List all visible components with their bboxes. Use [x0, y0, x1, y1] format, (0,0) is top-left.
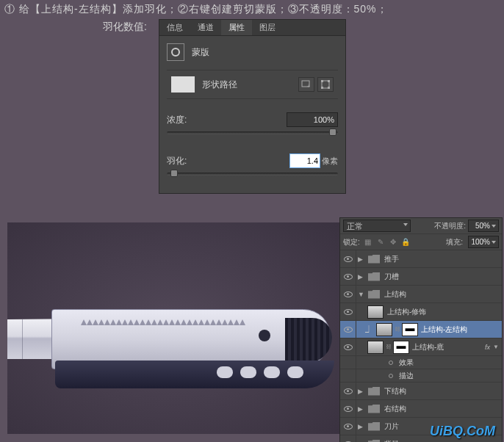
- layer-name[interactable]: 效果: [399, 358, 414, 368]
- panel-tabs: 信息 通道 属性 图层: [159, 20, 345, 36]
- path-select-button[interactable]: [317, 77, 334, 92]
- lock-all-icon[interactable]: 🔒: [400, 237, 411, 247]
- layer-row[interactable]: ▶推手: [340, 250, 502, 268]
- layer-name[interactable]: 推手: [384, 254, 399, 264]
- canvas[interactable]: [7, 222, 339, 434]
- feather-unit: 像素: [322, 156, 338, 167]
- tab-channels[interactable]: 通道: [190, 20, 221, 35]
- visibility-toggle[interactable]: [340, 268, 356, 285]
- svg-text:+: +: [307, 84, 310, 89]
- fill-value[interactable]: 100%: [468, 236, 499, 248]
- mask-thumbnail[interactable]: [402, 323, 418, 336]
- layer-name[interactable]: 背景: [384, 439, 399, 443]
- opacity-label: 不透明度:: [434, 221, 466, 231]
- layer-name[interactable]: 描边: [399, 371, 414, 381]
- visibility-toggle[interactable]: [340, 286, 356, 302]
- feather-input[interactable]: [289, 153, 320, 168]
- shape-path-label: 形状路径: [202, 79, 295, 91]
- density-label: 浓度:: [167, 114, 187, 126]
- visibility-toggle[interactable]: [340, 356, 356, 369]
- visibility-toggle[interactable]: [340, 303, 356, 320]
- properties-panel: 信息 通道 属性 图层 蒙版 形状路径 + 浓度: 100% 羽化:: [159, 19, 346, 194]
- effect-bullet-icon: [389, 374, 393, 378]
- visibility-toggle[interactable]: [340, 369, 356, 382]
- twisty-icon[interactable]: ▼: [358, 291, 365, 298]
- visibility-toggle[interactable]: [340, 435, 356, 442]
- layer-row[interactable]: 上结构-修饰: [340, 303, 502, 321]
- instruction-text: ① 给【上结构-左结构】添加羽化；②右键创建剪切蒙版；③不透明度：50%；: [0, 0, 504, 19]
- path-edit-button[interactable]: +: [298, 77, 314, 92]
- tab-properties[interactable]: 属性: [221, 20, 252, 35]
- layer-thumbnail[interactable]: [376, 323, 392, 336]
- visibility-toggle[interactable]: [340, 400, 356, 417]
- folder-icon: [368, 255, 380, 264]
- visibility-toggle[interactable]: [340, 338, 356, 355]
- visibility-toggle[interactable]: [340, 383, 356, 399]
- layer-name[interactable]: 刀槽: [384, 272, 399, 282]
- folder-icon: [368, 272, 380, 281]
- feather-slider[interactable]: [167, 173, 338, 175]
- feather-value-label: 羽化数值:: [103, 21, 147, 34]
- layer-row[interactable]: 描边: [340, 369, 502, 383]
- layer-row[interactable]: ⛓上结构-底fx▼: [340, 338, 502, 356]
- twisty-icon[interactable]: ▶: [358, 273, 365, 280]
- folder-icon: [368, 290, 380, 299]
- layer-thumbnail[interactable]: [367, 305, 384, 319]
- layer-row[interactable]: 效果: [340, 356, 502, 369]
- effect-bullet-icon: [389, 361, 393, 365]
- layer-row[interactable]: ⏌⛓上结构-左结构: [340, 321, 502, 338]
- layer-name[interactable]: 上结构-修饰: [387, 307, 426, 317]
- fx-twisty-icon[interactable]: ▼: [493, 344, 499, 350]
- twisty-icon[interactable]: ▶: [358, 405, 365, 413]
- watermark: UiBQ.CoM: [430, 424, 495, 439]
- layer-name[interactable]: 右结构: [384, 404, 406, 414]
- visibility-toggle[interactable]: [340, 321, 356, 338]
- layer-list: ▶推手▶刀槽▼上结构上结构-修饰⏌⛓上结构-左结构⛓上结构-底fx▼效果描边▶下…: [340, 250, 502, 442]
- mask-thumbnail[interactable]: [393, 341, 409, 354]
- layer-row[interactable]: ▶下结构: [340, 383, 502, 400]
- clip-icon: ⏌: [365, 325, 372, 333]
- blend-mode-select[interactable]: 正常: [343, 220, 411, 232]
- blend-opacity-row: 正常 不透明度: 50%: [340, 218, 502, 234]
- link-icon[interactable]: ⛓: [386, 344, 392, 350]
- link-icon[interactable]: ⛓: [395, 326, 400, 333]
- twisty-icon[interactable]: ▶: [358, 256, 365, 263]
- lock-pixels-icon[interactable]: ✎: [375, 237, 386, 247]
- visibility-toggle[interactable]: [340, 250, 356, 267]
- lock-position-icon[interactable]: ✥: [388, 237, 398, 247]
- layer-name[interactable]: 上结构: [384, 289, 406, 300]
- feather-label: 羽化:: [167, 155, 187, 167]
- opacity-value[interactable]: 50%: [468, 220, 499, 232]
- svg-rect-6: [328, 87, 330, 89]
- svg-rect-5: [321, 87, 323, 89]
- tab-info[interactable]: 信息: [159, 20, 190, 35]
- lock-label: 锁定:: [343, 237, 360, 247]
- knife-illustration: [7, 303, 339, 384]
- layer-name[interactable]: 刀片: [384, 421, 399, 432]
- visibility-toggle[interactable]: [340, 418, 356, 435]
- twisty-icon[interactable]: ▶: [358, 423, 365, 430]
- density-slider[interactable]: [167, 131, 338, 134]
- layer-name[interactable]: 上结构-底: [412, 342, 444, 352]
- layer-row[interactable]: ▶刀槽: [340, 268, 502, 286]
- layers-panel: 正常 不透明度: 50% 锁定: ▦ ✎ ✥ 🔒 填充: 100% ▶推手▶刀槽…: [339, 217, 503, 442]
- lock-transparent-icon[interactable]: ▦: [363, 237, 373, 247]
- layer-row[interactable]: ▼上结构: [340, 286, 502, 303]
- layer-name[interactable]: 下结构: [384, 386, 406, 396]
- folder-icon: [368, 440, 380, 443]
- folder-icon: [368, 405, 380, 413]
- folder-icon: [368, 387, 380, 396]
- tab-layers[interactable]: 图层: [252, 20, 283, 35]
- fill-label: 填充:: [446, 237, 463, 247]
- layer-name[interactable]: 上结构-左结构: [421, 325, 467, 335]
- path-thumbnail[interactable]: [171, 76, 195, 93]
- layer-thumbnail[interactable]: [367, 341, 384, 354]
- density-value[interactable]: 100%: [287, 112, 338, 127]
- fx-badge[interactable]: fx: [485, 344, 490, 351]
- svg-rect-4: [328, 80, 330, 82]
- layer-row[interactable]: ▶右结构: [340, 400, 502, 418]
- svg-rect-3: [321, 80, 323, 82]
- folder-icon: [368, 422, 380, 431]
- mask-type-icon[interactable]: [167, 43, 184, 61]
- twisty-icon[interactable]: ▶: [358, 388, 365, 395]
